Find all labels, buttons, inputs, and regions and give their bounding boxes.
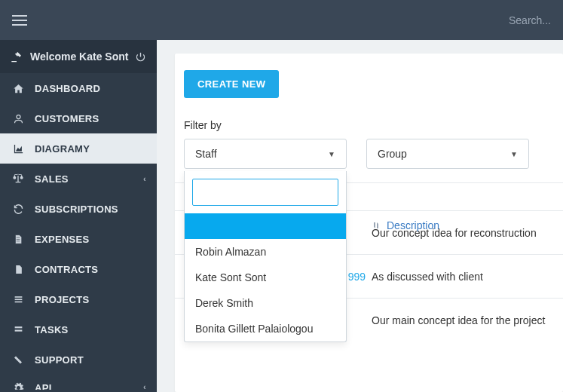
nav-label: SUBSCRIPTIONS (35, 204, 118, 215)
staff-select-value: Staff (195, 148, 217, 160)
dropdown-search-input[interactable] (192, 179, 338, 206)
user-icon (11, 113, 26, 124)
sidebar-item-support[interactable]: SUPPORT (0, 345, 157, 375)
refresh-icon (11, 204, 26, 215)
sidebar-item-sales[interactable]: SALES ‹ (0, 164, 157, 194)
staff-dropdown: Robin Almazan Kate Sont Sont Derek Smith… (184, 171, 347, 342)
document-icon (11, 234, 26, 245)
nav-label: DIAGRAMY (35, 143, 90, 155)
tasks-icon (11, 325, 26, 335)
svg-rect-4 (14, 326, 22, 328)
sidebar-item-projects[interactable]: PROJECTS (0, 284, 157, 314)
nav-label: TASKS (35, 324, 69, 335)
sidebar-item-api[interactable]: API ‹ (0, 375, 157, 390)
column-header-label: Description (387, 219, 439, 231)
search-input[interactable]: Search... (509, 14, 551, 26)
sidebar-item-diagramy[interactable]: DIAGRAMY (0, 133, 157, 164)
nav-label: CUSTOMERS (35, 113, 99, 124)
dropdown-item[interactable]: Bonita Gillett Palaiologou (185, 316, 346, 341)
topbar: Search... (0, 0, 563, 40)
hamburger-icon[interactable] (12, 15, 27, 26)
ticket-icon (11, 355, 26, 364)
svg-rect-3 (14, 301, 22, 302)
chart-icon (11, 143, 26, 155)
sidebar-item-expenses[interactable]: EXPENSES (0, 224, 157, 254)
welcome-text: Welcome Kate Sont (30, 51, 128, 63)
sidebar-item-customers[interactable]: CUSTOMERS (0, 103, 157, 133)
dropdown-item[interactable] (185, 213, 346, 239)
home-icon (11, 83, 26, 94)
sort-icon (372, 220, 381, 231)
column-header-description[interactable]: Description (372, 210, 439, 240)
nav-label: PROJECTS (35, 294, 89, 305)
list-icon (11, 295, 26, 305)
dropdown-item[interactable]: Kate Sont Sont (185, 265, 346, 290)
svg-rect-2 (14, 299, 22, 300)
caret-down-icon: ▼ (328, 150, 335, 158)
row-description: Our main concept idea for the project (372, 314, 545, 326)
sidebar: Welcome Kate Sont DASHBOARD CUSTOMERS DI… (0, 40, 157, 392)
nav-label: CONTRACTS (35, 264, 98, 275)
nav-label: DASHBOARD (35, 83, 100, 94)
sidebar-item-dashboard[interactable]: DASHBOARD (0, 73, 157, 103)
row-description: As discussed with client (372, 271, 483, 283)
create-new-button[interactable]: CREATE NEW (184, 70, 279, 98)
nav-label: SUPPORT (35, 354, 84, 366)
scales-icon (11, 173, 26, 185)
gear-icon (11, 382, 26, 390)
dropdown-item[interactable]: Robin Almazan (185, 239, 346, 265)
svg-rect-1 (14, 296, 22, 298)
svg-point-0 (17, 115, 20, 118)
file-icon (11, 264, 26, 275)
group-select-value: Group (378, 148, 407, 160)
caret-down-icon: ▼ (510, 150, 518, 158)
dropdown-item[interactable]: Derek Smith (185, 290, 346, 316)
svg-rect-5 (14, 329, 22, 331)
chevron-left-icon: ‹ (143, 382, 146, 390)
power-icon[interactable] (135, 51, 146, 63)
main-area: CREATE NEW Filter by Staff ▼ Group ▼ (157, 40, 563, 392)
nav-label: SALES (35, 173, 69, 185)
filter-by-label: Filter by (184, 119, 563, 131)
staff-select[interactable]: Staff ▼ (184, 139, 347, 169)
gavel-icon (11, 51, 23, 63)
welcome-bar: Welcome Kate Sont (0, 40, 157, 73)
nav-label: API (35, 382, 52, 390)
sidebar-item-contracts[interactable]: CONTRACTS (0, 254, 157, 284)
nav-label: EXPENSES (35, 234, 89, 245)
sidebar-item-tasks[interactable]: TASKS (0, 314, 157, 345)
group-select[interactable]: Group ▼ (366, 139, 529, 169)
chevron-left-icon: ‹ (143, 174, 146, 183)
sidebar-item-subscriptions[interactable]: SUBSCRIPTIONS (0, 194, 157, 224)
